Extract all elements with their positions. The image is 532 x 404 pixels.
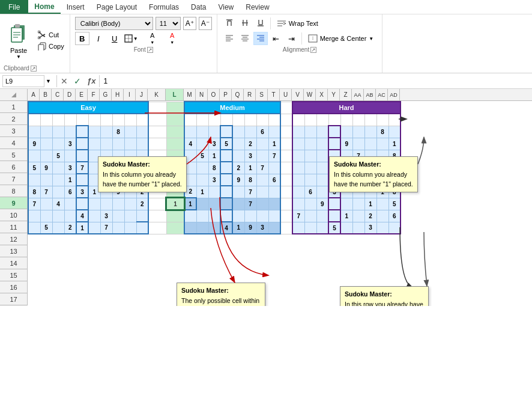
formula-input[interactable] — [101, 77, 530, 85]
row-4: 4 — [0, 137, 28, 149]
view-menu[interactable]: View — [212, 0, 240, 14]
col-header-N: N — [196, 89, 208, 100]
select-all-corner[interactable] — [0, 89, 28, 100]
underline-button[interactable]: U — [107, 32, 122, 45]
col-header-J: J — [136, 89, 148, 100]
align-bottom-btn[interactable] — [253, 17, 268, 30]
cell-reference-box[interactable]: L9 — [2, 75, 44, 87]
row-13: 13 — [0, 245, 28, 257]
merge-center-button[interactable]: Merge & Center ▼ — [304, 33, 378, 44]
alignment-group-label: Alignment ↗ — [222, 45, 378, 53]
row-17: 17 — [0, 293, 28, 305]
col-header-G: G — [100, 89, 112, 100]
row-12: 12 — [0, 233, 28, 245]
col-header-I: I — [124, 89, 136, 100]
col-header-S: S — [256, 89, 268, 100]
row-5: 5 — [0, 149, 28, 161]
col-header-A: A — [28, 89, 40, 100]
italic-button[interactable]: I — [91, 32, 106, 45]
align-right-btn[interactable] — [253, 32, 268, 45]
page-layout-menu[interactable]: Page Layout — [91, 0, 143, 14]
col-header-U: U — [280, 89, 292, 100]
highlight-button[interactable]: A ▼ — [144, 32, 162, 45]
insert-menu[interactable]: Insert — [61, 0, 91, 14]
row-3: 3 — [0, 125, 28, 137]
col-header-Y: Y — [328, 89, 340, 100]
row-15: 15 — [0, 269, 28, 281]
bold-button[interactable]: B — [75, 32, 89, 45]
function-icon[interactable]: ƒx — [85, 76, 98, 85]
data-menu[interactable]: Data — [185, 0, 212, 14]
font-group-label: Font ↗ — [75, 45, 212, 53]
paste-label: Paste — [10, 47, 27, 54]
col-header-O: O — [208, 89, 220, 100]
formulas-menu[interactable]: Formulas — [143, 0, 185, 14]
row-16: 16 — [0, 281, 28, 293]
col-header-V: V — [292, 89, 304, 100]
col-header-C: C — [52, 89, 64, 100]
col-header-M: M — [184, 89, 196, 100]
align-top-btn[interactable] — [222, 17, 237, 30]
spreadsheet-grid: Easy Medium Hard — [28, 101, 401, 306]
file-menu[interactable]: File — [0, 0, 28, 14]
col-header-T: T — [268, 89, 280, 100]
cancel-formula-btn[interactable]: ✕ — [58, 75, 70, 87]
medium-header: Medium — [184, 102, 280, 114]
align-center-btn[interactable] — [238, 32, 252, 45]
row-9: 9 — [0, 197, 28, 209]
font-color-button[interactable]: A ▼ — [163, 32, 181, 45]
review-menu[interactable]: Review — [240, 0, 275, 14]
border-button[interactable]: ▼ — [124, 32, 142, 45]
col-header-H: H — [112, 89, 124, 100]
tooltip-2: Sudoku Master: The only possible cell wi… — [177, 283, 265, 306]
cell-ref-dropdown[interactable]: ▼ — [44, 78, 52, 84]
increase-font-btn[interactable]: A⁺ — [183, 17, 196, 30]
cut-button[interactable]: Cut — [36, 30, 66, 40]
col-header-B: B — [40, 89, 52, 100]
wrap-text-button[interactable]: Wrap Text — [273, 18, 322, 29]
col-header-P: P — [220, 89, 232, 100]
row-10: 10 — [0, 209, 28, 221]
indent-decrease-btn[interactable]: ⇤ — [269, 32, 283, 45]
svg-rect-9 — [38, 44, 44, 50]
home-menu[interactable]: Home — [28, 0, 60, 14]
svg-marker-41 — [11, 93, 16, 97]
decrease-font-btn[interactable]: A⁻ — [199, 17, 212, 30]
paste-button[interactable]: Paste ▼ — [4, 17, 34, 64]
row-14: 14 — [0, 257, 28, 269]
col-header-AC: AC — [376, 89, 388, 100]
col-header-X: X — [316, 89, 328, 100]
svg-point-6 — [38, 31, 40, 33]
col-header-D: D — [64, 89, 76, 100]
col-header-W: W — [304, 89, 316, 100]
easy-header: Easy — [28, 102, 148, 114]
row-11: 11 — [0, 221, 28, 233]
col-header-L: L — [166, 89, 184, 100]
clipboard-group: Paste ▼ Cut Copy Clipboard ↗ — [0, 14, 70, 73]
clipboard-label: Clipboard ↗ — [4, 64, 66, 72]
col-header-AD: AD — [388, 89, 400, 100]
hard-header: Hard — [292, 102, 401, 114]
indent-increase-btn[interactable]: ⇥ — [285, 32, 299, 45]
col-header-AB: AB — [364, 89, 376, 100]
row-2: 2 — [0, 113, 28, 125]
font-family-select[interactable]: Calibri (Body) — [75, 17, 153, 30]
row-6: 6 — [0, 161, 28, 173]
row-8: 8 — [0, 185, 28, 197]
svg-rect-2 — [15, 24, 20, 28]
copy-button[interactable]: Copy — [36, 41, 66, 51]
col-header-K: K — [148, 89, 166, 100]
align-middle-btn[interactable] — [238, 17, 252, 30]
alignment-group: Wrap Text ⇤ ⇥ Merge & Center ▼ Alignment — [217, 14, 383, 73]
col-header-Z: Z — [340, 89, 352, 100]
col-header-AA: AA — [352, 89, 364, 100]
font-size-select[interactable]: 11 — [156, 17, 181, 30]
confirm-formula-btn[interactable]: ✓ — [71, 75, 83, 87]
col-header-R: R — [244, 89, 256, 100]
tooltip-3: Sudoku Master: In this column you alread… — [329, 156, 418, 192]
align-left-btn[interactable] — [222, 32, 237, 45]
row-7: 7 — [0, 173, 28, 185]
tooltip-1: Sudoku Master: In this column you alread… — [98, 156, 187, 192]
col-header-Q: Q — [232, 89, 244, 100]
font-group: Calibri (Body) 11 A⁺ A⁻ B I U ▼ A ▼ A — [70, 14, 217, 73]
